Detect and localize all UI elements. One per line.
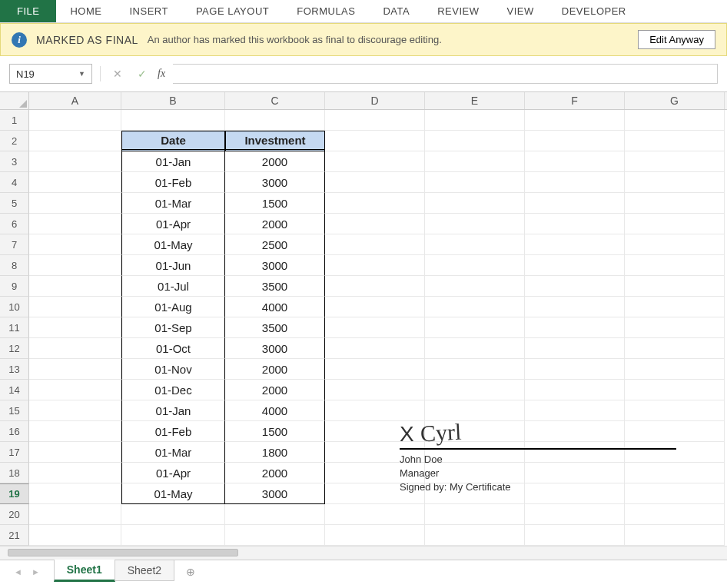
cell-D8[interactable]	[325, 255, 425, 276]
cell-A14[interactable]	[29, 380, 121, 400]
cell-F3[interactable]	[525, 151, 625, 172]
cell-C4[interactable]: 3000	[225, 172, 325, 193]
row-header[interactable]: 8	[0, 255, 29, 276]
cell-E8[interactable]	[425, 255, 525, 276]
cell-B4[interactable]: 01-Feb	[121, 172, 225, 193]
column-header-G[interactable]: G	[625, 92, 725, 109]
cell-C18[interactable]: 2000	[225, 463, 325, 483]
cell-D9[interactable]	[325, 276, 425, 297]
cell-C7[interactable]: 2500	[225, 234, 325, 255]
tab-file[interactable]: FILE	[0, 0, 56, 22]
cell-E20[interactable]	[425, 504, 525, 525]
cell-B9[interactable]: 01-Jul	[121, 276, 225, 297]
tab-home[interactable]: HOME	[56, 0, 115, 22]
scrollbar-thumb[interactable]	[8, 549, 238, 556]
cell-A7[interactable]	[29, 234, 121, 255]
cell-C1[interactable]	[225, 110, 325, 131]
cell-B20[interactable]	[121, 504, 225, 525]
cell-F12[interactable]	[525, 338, 625, 359]
cell-G7[interactable]	[625, 234, 725, 255]
cell-E2[interactable]	[425, 131, 525, 151]
cell-C9[interactable]: 3500	[225, 276, 325, 297]
cell-B7[interactable]: 01-May	[121, 234, 225, 255]
cell-E12[interactable]	[425, 338, 525, 359]
cell-G1[interactable]	[625, 110, 725, 131]
cell-F21[interactable]	[525, 525, 625, 546]
cell-G2[interactable]	[625, 131, 725, 151]
cell-D6[interactable]	[325, 214, 425, 234]
cell-D12[interactable]	[325, 338, 425, 359]
cell-D21[interactable]	[325, 525, 425, 546]
row-header[interactable]: 21	[0, 525, 29, 546]
cell-A13[interactable]	[29, 359, 121, 380]
cell-G5[interactable]	[625, 193, 725, 214]
horizontal-scrollbar[interactable]	[0, 546, 727, 560]
cell-C16[interactable]: 1500	[225, 421, 325, 442]
cell-E5[interactable]	[425, 193, 525, 214]
cell-F15[interactable]	[525, 400, 625, 421]
cell-E9[interactable]	[425, 276, 525, 297]
cell-G6[interactable]	[625, 214, 725, 234]
row-header[interactable]: 17	[0, 442, 29, 463]
row-header[interactable]: 5	[0, 193, 29, 214]
cell-D5[interactable]	[325, 193, 425, 214]
cell-F7[interactable]	[525, 234, 625, 255]
cell-C2[interactable]: Investment	[225, 131, 325, 151]
cell-B21[interactable]	[121, 525, 225, 546]
cell-F20[interactable]	[525, 504, 625, 525]
cell-E6[interactable]	[425, 214, 525, 234]
cell-E11[interactable]	[425, 317, 525, 338]
cell-B10[interactable]: 01-Aug	[121, 297, 225, 317]
tab-developer[interactable]: DEVELOPER	[548, 0, 640, 22]
cell-A9[interactable]	[29, 276, 121, 297]
cell-A10[interactable]	[29, 297, 121, 317]
cell-A2[interactable]	[29, 131, 121, 151]
edit-anyway-button[interactable]: Edit Anyway	[638, 30, 715, 49]
column-header-E[interactable]: E	[425, 92, 525, 109]
cell-E21[interactable]	[425, 525, 525, 546]
cell-A19[interactable]	[29, 483, 121, 504]
cell-C21[interactable]	[225, 525, 325, 546]
cell-D1[interactable]	[325, 110, 425, 131]
enter-icon[interactable]: ✓	[133, 65, 151, 83]
cancel-icon[interactable]: ✕	[108, 65, 127, 83]
cell-C13[interactable]: 2000	[225, 359, 325, 380]
cell-C5[interactable]: 1500	[225, 193, 325, 214]
chevron-down-icon[interactable]: ▼	[78, 70, 85, 78]
cell-F5[interactable]	[525, 193, 625, 214]
cell-D10[interactable]	[325, 297, 425, 317]
tab-view[interactable]: VIEW	[493, 0, 548, 22]
cell-C3[interactable]: 2000	[225, 151, 325, 172]
fx-icon[interactable]: fx	[158, 68, 165, 80]
cell-G14[interactable]	[625, 380, 725, 400]
cell-B11[interactable]: 01-Sep	[121, 317, 225, 338]
cell-B13[interactable]: 01-Nov	[121, 359, 225, 380]
cell-D4[interactable]	[325, 172, 425, 193]
cell-D2[interactable]	[325, 131, 425, 151]
cell-B6[interactable]: 01-Apr	[121, 214, 225, 234]
cell-D3[interactable]	[325, 151, 425, 172]
cell-E15[interactable]	[425, 400, 525, 421]
cell-B19[interactable]: 01-May	[121, 483, 225, 504]
cell-G13[interactable]	[625, 359, 725, 380]
cell-F9[interactable]	[525, 276, 625, 297]
row-header[interactable]: 16	[0, 421, 29, 442]
column-header-B[interactable]: B	[121, 92, 225, 109]
cell-E4[interactable]	[425, 172, 525, 193]
cell-B12[interactable]: 01-Oct	[121, 338, 225, 359]
cell-B5[interactable]: 01-Mar	[121, 193, 225, 214]
cell-C20[interactable]	[225, 504, 325, 525]
cell-D7[interactable]	[325, 234, 425, 255]
cell-E10[interactable]	[425, 297, 525, 317]
cell-A5[interactable]	[29, 193, 121, 214]
cell-G12[interactable]	[625, 338, 725, 359]
cell-F6[interactable]	[525, 214, 625, 234]
tab-formulas[interactable]: FORMULAS	[283, 0, 369, 22]
tab-insert[interactable]: INSERT	[115, 0, 181, 22]
row-header[interactable]: 2	[0, 131, 29, 151]
cell-F8[interactable]	[525, 255, 625, 276]
row-header[interactable]: 6	[0, 214, 29, 234]
row-header[interactable]: 13	[0, 359, 29, 380]
cell-C11[interactable]: 3500	[225, 317, 325, 338]
signature-line[interactable]: X Cyrl John Doe Manager Signed by: My Ce…	[400, 422, 676, 495]
